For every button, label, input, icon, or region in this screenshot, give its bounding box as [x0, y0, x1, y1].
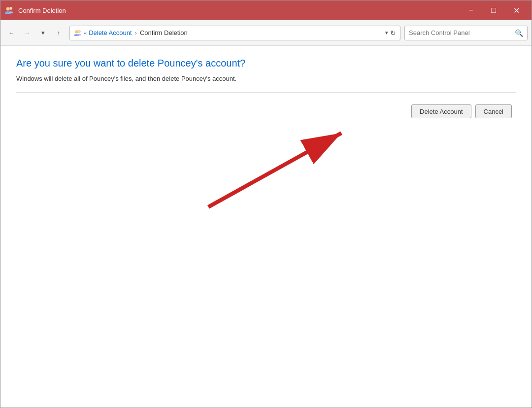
close-button[interactable]: ✕ — [505, 0, 528, 20]
window: Confirm Deletion − □ ✕ ← → ▾ ↑ « Delete … — [0, 0, 532, 408]
address-parent-link[interactable]: Delete Account — [89, 29, 132, 36]
minimize-button[interactable]: − — [460, 0, 482, 20]
titlebar-controls: − □ ✕ — [460, 0, 528, 20]
svg-line-5 — [208, 133, 341, 207]
address-bar: « Delete Account › Confirm Deletion ▾ ↻ — [69, 26, 400, 40]
maximize-button[interactable]: □ — [482, 0, 505, 20]
refresh-button[interactable]: ↻ — [390, 29, 396, 37]
forward-button[interactable]: → — [20, 26, 34, 40]
navbar: ← → ▾ ↑ « Delete Account › Confirm Delet… — [0, 20, 532, 46]
back-button[interactable]: ← — [4, 26, 18, 40]
titlebar-title: Confirm Deletion — [18, 7, 460, 14]
search-box: 🔍 — [404, 26, 528, 40]
search-input[interactable] — [409, 29, 515, 36]
address-separator: « — [84, 30, 87, 36]
content-area: Are you sure you want to delete Pouncey'… — [0, 46, 532, 408]
divider — [16, 92, 516, 93]
titlebar: Confirm Deletion − □ ✕ — [0, 0, 532, 20]
address-current: Confirm Deletion — [140, 29, 188, 36]
svg-point-3 — [78, 30, 81, 33]
arrow-annotation — [16, 118, 516, 217]
search-icon: 🔍 — [515, 29, 523, 37]
address-arrow: › — [135, 29, 137, 36]
svg-point-0 — [6, 7, 10, 11]
svg-point-2 — [75, 30, 78, 33]
address-icon — [74, 29, 82, 37]
button-row: Delete Account Cancel — [16, 104, 516, 118]
confirmation-description: Windows will delete all of Pouncey's fil… — [16, 75, 516, 82]
cancel-button[interactable]: Cancel — [475, 104, 512, 118]
address-dropdown-button[interactable]: ▾ — [385, 30, 388, 36]
confirmation-heading: Are you sure you want to delete Pouncey'… — [16, 58, 516, 69]
up-button[interactable]: ↑ — [52, 26, 66, 40]
svg-point-1 — [9, 7, 12, 10]
address-text: « Delete Account › Confirm Deletion — [84, 29, 383, 36]
recent-pages-button[interactable]: ▾ — [36, 26, 50, 40]
red-arrow-svg — [203, 123, 361, 212]
delete-account-button[interactable]: Delete Account — [411, 104, 471, 118]
titlebar-icon — [4, 5, 14, 15]
